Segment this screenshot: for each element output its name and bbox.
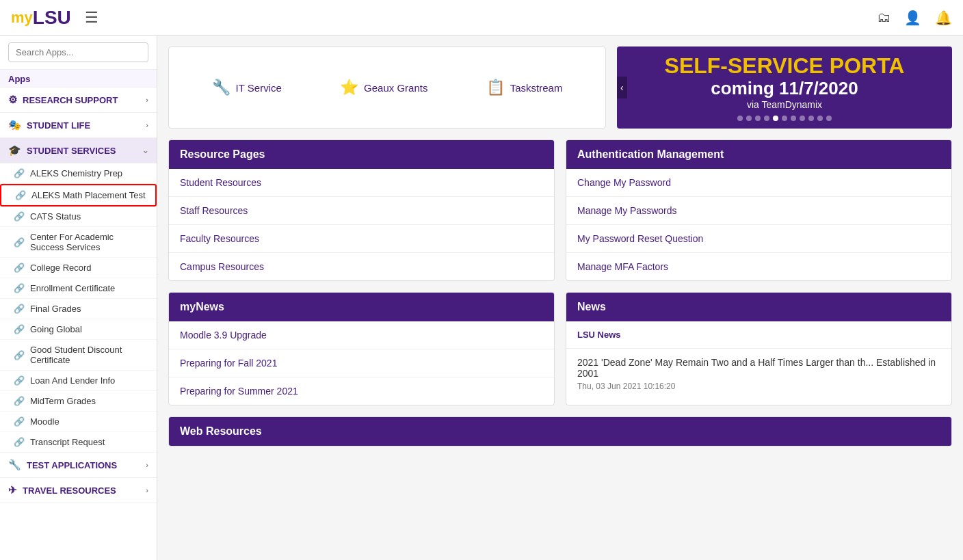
briefcase-icon[interactable]: 🗂 [877, 10, 891, 26]
link-icon: 🔗 [14, 283, 25, 293]
sidebar-item-moodle[interactable]: 🔗 Moodle [0, 412, 157, 432]
manage-mfa-link[interactable]: Manage MFA Factors [566, 253, 951, 280]
resource-pages-card: Resource Pages Student Resources Staff R… [168, 139, 555, 281]
banner-dots [665, 116, 905, 121]
sidebar-item-loan-lender[interactable]: 🔗 Loan And Lender Info [0, 371, 157, 391]
sidebar-item-good-student[interactable]: 🔗 Good Student Discount Certificate [0, 340, 157, 371]
chevron-right-icon: › [146, 486, 148, 494]
moodle-upgrade-link[interactable]: Moodle 3.9 Upgrade [169, 321, 554, 349]
news-source-label: LSU News [577, 330, 621, 340]
news-source: LSU News [566, 321, 951, 348]
search-input[interactable] [8, 42, 148, 62]
sidebar-item-going-global[interactable]: 🔗 Going Global [0, 319, 157, 340]
dot-11[interactable] [826, 116, 832, 121]
dot-5[interactable] [773, 116, 778, 121]
dot-9[interactable] [808, 116, 814, 121]
wrench-icon: 🔧 [212, 79, 230, 96]
sidebar-item-student-life[interactable]: 🎭 STUDENT LIFE › [0, 113, 157, 138]
sub-item-label: ALEKS Math Placement Test [31, 190, 146, 200]
sidebar-item-transcript[interactable]: 🔗 Transcript Request [0, 432, 157, 453]
sidebar-item-label: STUDENT SERVICES [27, 146, 116, 156]
chevron-down-icon: ⌄ [142, 146, 148, 155]
user-icon[interactable]: 👤 [904, 10, 921, 26]
chevron-right-icon: › [146, 461, 148, 469]
sidebar-item-cats-status[interactable]: 🔗 CATS Status [0, 206, 157, 227]
student-services-icon: 🎓 [8, 144, 21, 157]
bell-icon[interactable]: 🔔 [935, 10, 952, 26]
sidebar-search-container [0, 36, 157, 70]
sidebar-item-label: TEST APPLICATIONS [27, 460, 117, 470]
auth-management-card: Authentication Management Change My Pass… [566, 139, 952, 281]
sidebar-item-aleks-math[interactable]: 🔗 ALEKS Math Placement Test [0, 184, 157, 206]
sidebar-item-midterm-grades[interactable]: 🔗 MidTerm Grades [0, 391, 157, 412]
mynews-header: myNews [169, 293, 554, 321]
sidebar-item-travel-resources[interactable]: ✈ TRAVEL RESOURCES › [0, 478, 157, 503]
sidebar-item-test-applications[interactable]: 🔧 TEST APPLICATIONS › [0, 453, 157, 478]
dot-3[interactable] [755, 116, 761, 121]
dot-10[interactable] [817, 116, 823, 121]
link-icon: 🔗 [14, 168, 25, 178]
dot-2[interactable] [746, 116, 752, 121]
banner-title: SELF-SERVICE PORTA [665, 54, 905, 78]
password-reset-link[interactable]: My Password Reset Question [566, 225, 951, 253]
main-content: 🔧 IT Service ⭐ Geaux Grants 📋 Taskstream… [157, 36, 963, 560]
top-row: 🔧 IT Service ⭐ Geaux Grants 📋 Taskstream… [168, 46, 952, 129]
sidebar-item-college-record[interactable]: 🔗 College Record [0, 258, 157, 278]
preparing-summer-link[interactable]: Preparing for Summer 2021 [169, 377, 554, 405]
sub-item-label: CATS Status [30, 211, 81, 222]
mynews-body: Moodle 3.9 Upgrade Preparing for Fall 20… [169, 321, 554, 405]
bottom-row: myNews Moodle 3.9 Upgrade Preparing for … [168, 292, 952, 405]
sub-item-label: Loan And Lender Info [30, 375, 115, 386]
sidebar-item-enrollment-cert[interactable]: 🔗 Enrollment Certificate [0, 278, 157, 299]
dot-1[interactable] [737, 116, 743, 121]
web-resources-header: Web Resources [169, 417, 951, 446]
campus-resources-link[interactable]: Campus Resources [169, 253, 554, 280]
link-icon: 🔗 [14, 437, 25, 447]
mynews-card: myNews Moodle 3.9 Upgrade Preparing for … [168, 292, 555, 405]
sub-item-label: MidTerm Grades [30, 396, 96, 406]
preparing-fall-link[interactable]: Preparing for Fall 2021 [169, 349, 554, 377]
link-icon: 🔗 [14, 416, 25, 427]
auth-management-body: Change My Password Manage My Passwords M… [566, 169, 951, 280]
sidebar-item-research-support[interactable]: ⚙ RESEARCH SUPPORT › [0, 88, 157, 113]
sidebar-item-student-services[interactable]: 🎓 STUDENT SERVICES ⌄ [0, 138, 157, 163]
link-icon: 🔗 [14, 237, 25, 248]
sidebar-item-aleks-chem[interactable]: 🔗 ALEKS Chemistry Prep [0, 163, 157, 184]
apps-label: Apps [0, 70, 157, 88]
middle-row: Resource Pages Student Resources Staff R… [168, 139, 952, 281]
app-geaux-grants[interactable]: ⭐ Geaux Grants [340, 79, 427, 96]
web-resources-card: Web Resources [168, 416, 952, 446]
auth-management-header: Authentication Management [566, 140, 951, 169]
banner-date: coming 11/7/2020 [665, 78, 905, 99]
logo-lsu: LSU [33, 7, 71, 29]
sub-item-label: Enrollment Certificate [30, 283, 115, 293]
news-card: News LSU News 2021 'Dead Zone' May Remai… [566, 292, 952, 405]
main-layout: Apps ⚙ RESEARCH SUPPORT › 🎭 STUDENT LIFE… [0, 36, 963, 560]
banner-prev-arrow[interactable]: ‹ [617, 77, 627, 98]
change-password-link[interactable]: Change My Password [566, 169, 951, 197]
app-taskstream[interactable]: 📋 Taskstream [486, 79, 563, 96]
dot-4[interactable] [764, 116, 769, 121]
sidebar-item-center-academic[interactable]: 🔗 Center For Academic Success Services [0, 227, 157, 258]
student-resources-link[interactable]: Student Resources [169, 169, 554, 197]
logo: my LSU [11, 7, 71, 29]
sidebar-item-label: TRAVEL RESOURCES [23, 485, 116, 496]
app-label: IT Service [236, 82, 282, 94]
app-it-service[interactable]: 🔧 IT Service [212, 79, 282, 96]
link-icon: 🔗 [14, 375, 25, 386]
dot-8[interactable] [800, 116, 805, 121]
faculty-resources-link[interactable]: Faculty Resources [169, 225, 554, 253]
news-title: 2021 'Dead Zone' May Remain Two and a Ha… [577, 357, 940, 379]
resource-pages-body: Student Resources Staff Resources Facult… [169, 169, 554, 280]
dot-6[interactable] [782, 116, 787, 121]
staff-resources-link[interactable]: Staff Resources [169, 197, 554, 225]
list-icon: 📋 [486, 79, 505, 96]
manage-passwords-link[interactable]: Manage My Passwords [566, 197, 951, 225]
link-icon: 🔗 [14, 263, 25, 273]
hamburger-menu[interactable]: ☰ [85, 9, 98, 27]
sidebar-item-final-grades[interactable]: 🔗 Final Grades [0, 299, 157, 319]
sub-item-label: Good Student Discount Certificate [30, 345, 148, 365]
nav-icons: 🗂 👤 🔔 [877, 10, 952, 26]
news-article[interactable]: 2021 'Dead Zone' May Remain Two and a Ha… [566, 348, 951, 399]
dot-7[interactable] [791, 116, 796, 121]
